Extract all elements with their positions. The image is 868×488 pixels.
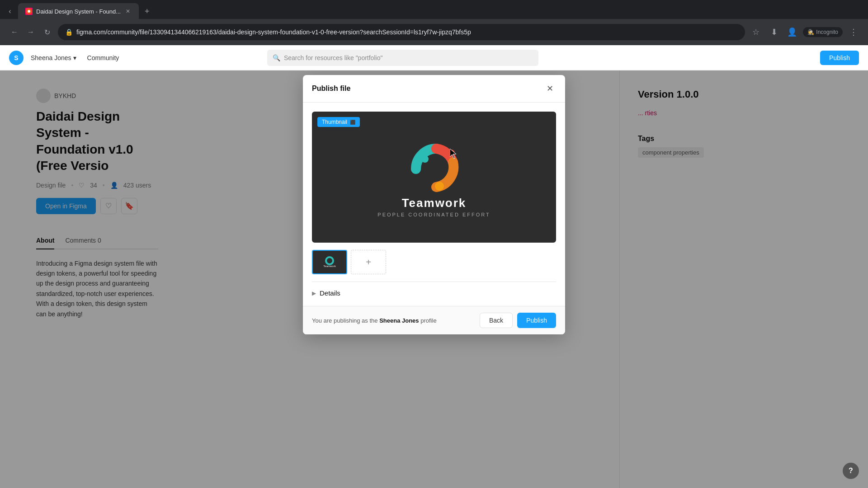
nav-controls: ← → ↻ (7, 25, 54, 39)
active-tab[interactable]: Daidai Design System - Found... ✕ (18, 3, 139, 19)
modal-close-button[interactable]: ✕ (543, 82, 556, 95)
tab-bar: ‹ Daidai Design System - Found... ✕ + (0, 0, 868, 19)
svg-point-2 (421, 155, 429, 163)
page-content: BYKHD Daidai Design System - Foundation … (0, 70, 868, 488)
thumbnail-label: Thumbnail (322, 119, 347, 125)
incognito-badge: 🕵 Incognito (803, 27, 843, 37)
incognito-label: Incognito (816, 29, 838, 35)
address-bar-row: ← → ↻ 🔒 figma.com/community/file/1330941… (0, 19, 868, 45)
figma-header: S Sheena Jones ▾ Community 🔍 Search for … (0, 45, 868, 70)
teamwork-svg (393, 137, 475, 201)
address-text: figma.com/community/file/133094134406621… (76, 28, 738, 36)
modal-footer: You are publishing as the Sheena Jones p… (303, 306, 565, 334)
tab-nav-prev[interactable]: ‹ (4, 5, 16, 18)
publish-modal-button[interactable]: Publish (517, 313, 556, 328)
user-name-dropdown[interactable]: Sheena Jones ▾ (31, 54, 76, 61)
details-label: Details (320, 289, 340, 297)
modal-title: Publish file (312, 84, 350, 93)
new-tab-button[interactable]: + (141, 5, 153, 18)
incognito-icon: 🕵 (807, 29, 814, 35)
download-button[interactable]: ⬇ (767, 25, 781, 39)
thumbnail-image: Teamwork PEOPLE COORDINATED EFFORT (312, 112, 556, 243)
chevron-icon: ▶ (312, 290, 316, 296)
search-icon: 🔍 (273, 54, 280, 61)
modal-actions: Back Publish (480, 313, 556, 328)
address-box[interactable]: 🔒 figma.com/community/file/1330941344066… (58, 24, 745, 40)
browser-actions: ☆ ⬇ 👤 🕵 Incognito ⋮ (749, 25, 861, 39)
user-name-text: Sheena Jones (31, 54, 71, 61)
forward-nav-button[interactable]: → (24, 25, 38, 39)
user-dropdown-chevron: ▾ (73, 54, 76, 61)
teamwork-subtext: PEOPLE COORDINATED EFFORT (377, 212, 490, 217)
publishing-as-text: You are publishing as the Sheena Jones p… (312, 317, 437, 324)
community-link[interactable]: Community (84, 54, 123, 61)
thumbnail-strip: Teamwork + (312, 250, 556, 274)
modal-body: Thumbnail ⬛ (303, 103, 565, 306)
add-thumbnail-button[interactable]: + (351, 250, 386, 274)
svg-point-3 (448, 150, 455, 157)
modal-header: Publish file ✕ (303, 75, 565, 103)
svg-text:Teamwork: Teamwork (323, 265, 336, 267)
thumbnail-badge: Thumbnail ⬛ (317, 117, 360, 127)
publish-modal: Publish file ✕ Thumbnail ⬛ (303, 75, 565, 334)
svg-point-1 (28, 10, 30, 13)
menu-button[interactable]: ⋮ (846, 25, 861, 39)
bookmark-button[interactable]: ☆ (749, 25, 763, 39)
svg-point-4 (435, 182, 444, 191)
back-nav-button[interactable]: ← (7, 25, 22, 39)
teamwork-text: Teamwork (402, 196, 467, 210)
tab-close-button[interactable]: ✕ (124, 8, 132, 15)
top-publish-button[interactable]: Publish (820, 51, 859, 65)
modal-overlay: Publish file ✕ Thumbnail ⬛ (0, 70, 868, 488)
help-button[interactable]: ? (843, 463, 859, 479)
thumbnail-area[interactable]: Thumbnail ⬛ (312, 112, 556, 243)
lock-icon: 🔒 (65, 28, 73, 36)
thumbnail-edit-icon: ⬛ (350, 120, 355, 125)
user-avatar: S (9, 51, 24, 65)
back-button[interactable]: Back (480, 313, 513, 328)
thumb-item-1[interactable]: Teamwork (312, 250, 347, 274)
search-bar[interactable]: 🔍 Search for resources like "portfolio" (267, 50, 538, 66)
thumb-preview: Teamwork (321, 255, 339, 269)
browser-chrome: ‹ Daidai Design System - Found... ✕ + ← … (0, 0, 868, 45)
tab-title: Daidai Design System - Found... (36, 8, 121, 15)
details-section: ▶ Details (312, 282, 556, 297)
search-placeholder: Search for resources like "portfolio" (284, 54, 382, 61)
reload-button[interactable]: ↻ (40, 25, 54, 39)
profile-button[interactable]: 👤 (785, 25, 799, 39)
details-toggle[interactable]: ▶ Details (312, 289, 556, 297)
publishing-as-name: Sheena Jones (379, 317, 419, 324)
tab-favicon (25, 8, 33, 15)
